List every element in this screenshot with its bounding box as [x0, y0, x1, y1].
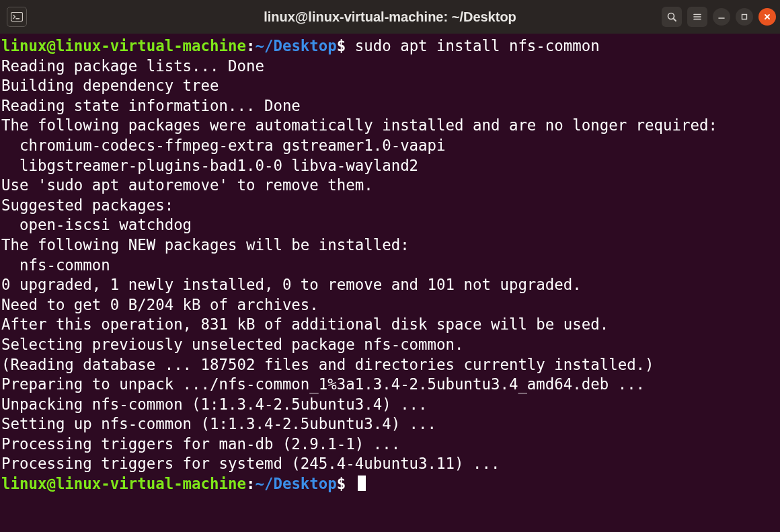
prompt-user-host: linux@linux-virtual-machine: [1, 475, 246, 492]
prompt-line-2: linux@linux-virtual-machine:~/Desktop$: [1, 475, 366, 492]
command-2: [346, 475, 354, 492]
maximize-button[interactable]: [736, 8, 753, 26]
minimize-button[interactable]: [713, 8, 730, 26]
prompt-dollar: $: [337, 475, 346, 492]
prompt-colon: :: [246, 37, 255, 54]
command-1: sudo apt install nfs-common: [346, 37, 599, 54]
svg-line-3: [674, 19, 676, 22]
prompt-tilde: ~: [255, 475, 264, 492]
titlebar: linux@linux-virtual-machine: ~/Desktop: [0, 0, 780, 34]
window-title: linux@linux-virtual-machine: ~/Desktop: [264, 9, 516, 25]
menu-button[interactable]: [687, 7, 707, 27]
prompt-dollar: $: [337, 37, 346, 54]
titlebar-right-controls: [662, 7, 776, 27]
terminal-body[interactable]: linux@linux-virtual-machine:~/Desktop$ s…: [0, 34, 780, 532]
svg-rect-0: [11, 13, 23, 22]
prompt-user-host: linux@linux-virtual-machine: [1, 37, 246, 54]
close-button[interactable]: [758, 8, 776, 26]
terminal-app-icon[interactable]: [7, 7, 27, 27]
prompt-colon: :: [246, 475, 255, 492]
terminal-output: Reading package lists... Done Building d…: [1, 57, 717, 473]
svg-rect-8: [742, 15, 747, 20]
search-button[interactable]: [662, 7, 682, 27]
cursor: [358, 476, 366, 491]
prompt-path: /Desktop: [264, 37, 337, 54]
prompt-line-1: linux@linux-virtual-machine:~/Desktop$ s…: [1, 37, 600, 54]
prompt-tilde: ~: [255, 37, 264, 54]
prompt-path: /Desktop: [264, 475, 337, 492]
